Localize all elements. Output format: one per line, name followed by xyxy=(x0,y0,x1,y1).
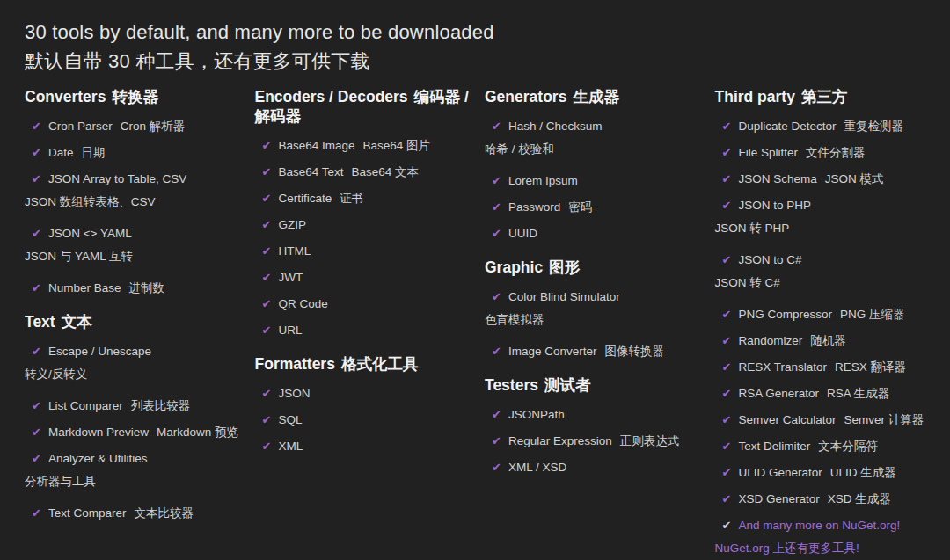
check-icon: ✔ xyxy=(722,146,732,159)
check-icon: ✔ xyxy=(32,120,41,133)
tool-name-en: Base64 Image xyxy=(278,139,354,152)
section-title-zh: 文本 xyxy=(62,313,92,331)
section-title-en: Converters xyxy=(25,88,106,105)
tool-name-en: Certificate xyxy=(278,192,332,205)
tool-base64-image: ✔Base64 ImageBase64 图片 xyxy=(255,135,470,157)
tool-semver-calculator: ✔Semver CalculatorSemver 计算器 xyxy=(715,409,930,432)
tool-name-zh: 文件分割器 xyxy=(806,146,866,159)
nuget-more-tools-link[interactable]: ✔And many more on NuGet.org!NuGet.org 上还… xyxy=(715,514,930,560)
page-title: 30 tools by default, and many more to be… xyxy=(25,18,929,76)
check-icon: ✔ xyxy=(262,271,272,284)
section-title-en: Third party xyxy=(715,88,795,105)
tool-duplicate-detector: ✔Duplicate Detector重复检测器 xyxy=(715,115,930,138)
tool-name-en: Duplicate Detector xyxy=(738,120,836,133)
check-icon: ✔ xyxy=(32,399,41,412)
tool-analyzer-utilities: ✔Analyzer & Utilities分析器与工具 xyxy=(25,447,239,493)
tool-html: ✔HTML xyxy=(255,240,470,263)
check-icon: ✔ xyxy=(262,387,272,400)
tool-cron-parser: ✔Cron ParserCron 解析器 xyxy=(25,115,239,138)
tool-name-zh: JSON 数组转表格、CSV xyxy=(25,191,239,214)
tool-xsd-generator: ✔XSD GeneratorXSD 生成器 xyxy=(715,488,930,511)
tool-name-en: JSON <> YAML xyxy=(48,227,132,240)
tool-json-yaml: ✔JSON <> YAMLJSON 与 YAML 互转 xyxy=(25,222,239,268)
check-icon: ✔ xyxy=(492,434,501,447)
check-icon: ✔ xyxy=(32,172,41,185)
tool-name-en: QR Code xyxy=(278,297,327,310)
tools-grid: Converters转换器 ✔Cron ParserCron 解析器 ✔Date… xyxy=(25,87,929,560)
check-icon: ✔ xyxy=(722,387,732,400)
tool-name-zh: 色盲模拟器 xyxy=(485,309,699,331)
tool-markdown-preview: ✔Markdown PreviewMarkdown 预览 xyxy=(25,421,239,444)
check-icon: ✔ xyxy=(492,227,501,240)
check-icon: ✔ xyxy=(262,192,272,205)
tool-json-formatter: ✔JSON xyxy=(255,382,470,405)
tool-name-en: Color Blind Simulator xyxy=(508,290,620,303)
tool-text-delimiter: ✔Text Delimiter文本分隔符 xyxy=(715,435,930,458)
section-title-zh: 格式化工具 xyxy=(341,355,419,373)
column-4: Third party第三方 ✔Duplicate Detector重复检测器 … xyxy=(715,87,930,560)
page-title-zh: 默认自带 30 种工具，还有更多可供下载 xyxy=(25,47,929,76)
tool-name-zh: JSON 与 YAML 互转 xyxy=(25,245,239,268)
column-3: Generators生成器 ✔Hash / Checksum哈希 / 校验和 ✔… xyxy=(485,87,699,560)
tool-name-en: ULID Generator xyxy=(738,466,822,479)
tool-list-comparer: ✔List Comparer列表比较器 xyxy=(25,395,239,418)
tool-name-en: JWT xyxy=(278,271,303,284)
section-title-en: Formatters xyxy=(255,355,335,373)
check-icon: ✔ xyxy=(722,519,732,532)
tool-name-zh: 密码 xyxy=(568,200,592,214)
check-icon: ✔ xyxy=(492,174,501,187)
tool-name-en: List Comparer xyxy=(48,399,123,412)
section-title-graphic: Graphic图形 xyxy=(485,258,699,277)
section-title-third-party: Third party第三方 xyxy=(715,87,930,106)
tool-name-en: JSON xyxy=(278,387,310,400)
tool-image-converter: ✔Image Converter图像转换器 xyxy=(485,340,699,363)
tool-name-zh: 文本分隔符 xyxy=(818,440,878,453)
tool-name-zh: Base64 文本 xyxy=(351,165,419,178)
tool-name-en: JSON to PHP xyxy=(738,199,811,212)
tool-name-en: File Splitter xyxy=(738,146,798,159)
tool-name-en: Semver Calculator xyxy=(738,413,836,426)
tool-name-zh: 正则表达式 xyxy=(620,434,680,447)
tool-json-to-csharp: ✔JSON to C#JSON 转 C# xyxy=(715,249,930,295)
check-icon: ✔ xyxy=(32,425,41,439)
tool-name-zh: 分析器与工具 xyxy=(25,470,239,493)
tool-name-en: PNG Compressor xyxy=(738,308,832,321)
tool-name-zh: JSON 转 PHP xyxy=(715,217,930,240)
tool-name-en: URL xyxy=(278,324,302,337)
tool-name-en: Date xyxy=(48,146,74,159)
check-icon: ✔ xyxy=(262,324,272,337)
tool-name-zh: 文本比较器 xyxy=(134,506,194,520)
tool-name-en: Image Converter xyxy=(508,345,597,358)
tool-name-zh: 重复检测器 xyxy=(844,120,903,133)
tool-sql-formatter: ✔SQL xyxy=(255,409,470,432)
tool-name-en: XSD Generator xyxy=(738,492,819,505)
tool-name-zh: JSON 模式 xyxy=(825,172,884,185)
check-icon: ✔ xyxy=(722,492,732,505)
tool-name-en: JSON to C# xyxy=(738,253,801,266)
section-title-formatters: Formatters格式化工具 xyxy=(255,354,470,374)
section-title-testers: Testers测试者 xyxy=(485,375,699,395)
check-icon: ✔ xyxy=(262,413,272,426)
tool-name-en: Randomizer xyxy=(738,334,802,347)
section-title-en: Testers xyxy=(485,376,538,394)
tool-name-en: JSONPath xyxy=(508,408,565,421)
tool-name-zh: 转义/反转义 xyxy=(25,363,239,386)
section-title-zh: 图形 xyxy=(549,258,580,276)
tool-uuid: ✔UUID xyxy=(485,222,699,245)
tool-qr-code: ✔QR Code xyxy=(255,293,470,316)
section-title-zh: 生成器 xyxy=(573,88,619,105)
section-title-encoders-decoders: Encoders / Decoders编码器 / 解码器 xyxy=(255,87,470,126)
tool-name-en: Hash / Checksum xyxy=(508,120,603,133)
section-generators: Generators生成器 ✔Hash / Checksum哈希 / 校验和 ✔… xyxy=(485,87,699,245)
section-title-en: Encoders / Decoders xyxy=(255,88,408,105)
check-icon: ✔ xyxy=(492,461,501,474)
tool-name-en: UUID xyxy=(508,227,537,240)
check-icon: ✔ xyxy=(32,227,41,240)
tool-name-zh: 进制数 xyxy=(128,281,164,295)
tool-json-schema: ✔JSON SchemaJSON 模式 xyxy=(715,168,930,191)
tool-xml-xsd: ✔XML / XSD xyxy=(485,456,699,479)
tool-name-en: Text Delimiter xyxy=(738,440,810,453)
tool-name-zh: PNG 压缩器 xyxy=(840,308,905,321)
tool-name-en: Password xyxy=(508,200,560,214)
tool-name-zh: RSA 生成器 xyxy=(827,387,889,400)
